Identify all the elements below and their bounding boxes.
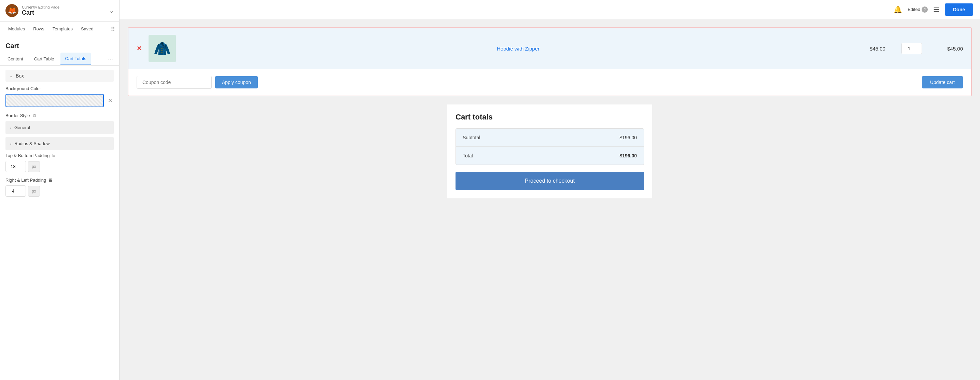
- radius-shadow-section: › Radius & Shadow: [5, 137, 114, 150]
- right-left-padding-input-group: px: [5, 185, 114, 197]
- product-emoji-icon: 🧥: [154, 41, 171, 57]
- total-row: Total $196.00: [456, 147, 644, 165]
- header-left: 🦊 Currently Editing Page Cart: [5, 4, 59, 17]
- widget-title: Cart: [0, 37, 119, 52]
- product-thumbnail: 🧥: [148, 35, 176, 62]
- right-left-padding-label: Right & Left Padding 🖥: [5, 178, 114, 183]
- edited-label: Edited ?: [908, 6, 928, 13]
- product-price: $45.00: [861, 46, 895, 52]
- topbar: 🔔 Edited ? ☰ Done: [119, 0, 980, 19]
- box-chevron-icon: ⌄: [10, 73, 13, 78]
- radius-shadow-label: Radius & Shadow: [14, 141, 49, 146]
- history-icon[interactable]: ☰: [933, 5, 939, 14]
- subtotal-label: Subtotal: [463, 135, 619, 140]
- top-bottom-padding-field: Top & Bottom Padding 🖥 px: [5, 153, 114, 172]
- notification-bell-icon[interactable]: 🔔: [894, 5, 902, 14]
- right-left-padding-unit: px: [28, 186, 40, 197]
- coupon-row: Apply coupon Update cart: [128, 69, 971, 95]
- more-options-icon[interactable]: ···: [105, 52, 116, 65]
- total-value: $196.00: [619, 153, 637, 158]
- sidebar-header: 🦊 Currently Editing Page Cart ⌄: [0, 0, 119, 22]
- radius-arrow-icon: ›: [10, 142, 12, 146]
- page-name: Cart: [22, 9, 59, 16]
- top-bottom-padding-input[interactable]: [5, 161, 26, 172]
- coupon-left: Apply coupon: [137, 76, 258, 89]
- right-left-monitor-icon: 🖥: [48, 178, 52, 183]
- background-color-input[interactable]: [5, 94, 104, 107]
- product-name[interactable]: Hoodie with Zipper: [183, 46, 854, 52]
- top-bottom-padding-input-group: px: [5, 161, 114, 172]
- box-section-header[interactable]: ⌄ Box: [5, 70, 114, 82]
- top-bottom-padding-unit: px: [28, 161, 40, 172]
- top-bottom-monitor-icon: 🖥: [52, 153, 56, 158]
- background-color-label: Background Color: [5, 86, 114, 91]
- border-style-label: Border Style 🖥: [5, 113, 114, 118]
- border-style-monitor-icon: 🖥: [32, 113, 37, 118]
- clear-color-button[interactable]: ✕: [107, 96, 114, 105]
- general-section-header[interactable]: › General: [5, 121, 114, 134]
- remove-item-button[interactable]: ✕: [137, 45, 142, 52]
- sidebar-tab-modules[interactable]: Modules: [4, 22, 29, 37]
- proceed-to-checkout-button[interactable]: Proceed to checkout: [455, 172, 644, 190]
- sidebar-tab-templates[interactable]: Templates: [48, 22, 77, 37]
- header-text: Currently Editing Page Cart: [22, 5, 59, 16]
- cart-section: ✕ 🧥 Hoodie with Zipper $45.00 $45.00 App…: [128, 27, 972, 96]
- avatar: 🦊: [5, 4, 18, 17]
- update-cart-button[interactable]: Update cart: [922, 76, 963, 88]
- general-arrow-icon: ›: [10, 125, 12, 130]
- top-bottom-padding-label: Top & Bottom Padding 🖥: [5, 153, 114, 158]
- sidebar-tab-rows[interactable]: Rows: [29, 22, 48, 37]
- done-button[interactable]: Done: [945, 3, 973, 16]
- cart-totals-title: Cart totals: [455, 113, 644, 122]
- main-content: ✕ 🧥 Hoodie with Zipper $45.00 $45.00 App…: [119, 19, 980, 380]
- right-left-padding-field: Right & Left Padding 🖥 px: [5, 178, 114, 197]
- tab-content[interactable]: Content: [3, 53, 28, 65]
- tab-cart-table[interactable]: Cart Table: [29, 53, 59, 65]
- general-label: General: [14, 125, 30, 130]
- help-icon[interactable]: ?: [922, 6, 928, 13]
- sidebar-content: ⌄ Box Background Color ✕ Border Style 🖥 …: [0, 65, 119, 380]
- product-total: $45.00: [929, 46, 963, 52]
- tab-cart-totals[interactable]: Cart Totals: [60, 52, 91, 65]
- cart-totals-section: Cart totals Subtotal $196.00 Total $196.…: [447, 105, 652, 198]
- subtotal-row: Subtotal $196.00: [456, 129, 644, 147]
- subtotal-value: $196.00: [619, 135, 637, 140]
- sidebar-tab-saved[interactable]: Saved: [77, 22, 98, 37]
- right-left-padding-input[interactable]: [5, 185, 26, 197]
- color-input-wrapper: ✕: [5, 94, 114, 107]
- cart-item-row: ✕ 🧥 Hoodie with Zipper $45.00 $45.00: [128, 28, 971, 69]
- dropdown-chevron-icon[interactable]: ⌄: [109, 8, 114, 14]
- box-label: Box: [16, 73, 24, 78]
- quantity-input[interactable]: [902, 43, 922, 54]
- currently-editing-label: Currently Editing Page: [22, 5, 59, 9]
- drag-handle-icon: ⠿: [111, 25, 115, 33]
- sidebar: 🦊 Currently Editing Page Cart ⌄ Modules …: [0, 0, 119, 380]
- apply-coupon-button[interactable]: Apply coupon: [215, 76, 258, 88]
- general-section: › General: [5, 121, 114, 134]
- radius-shadow-section-header[interactable]: › Radius & Shadow: [5, 137, 114, 150]
- totals-table: Subtotal $196.00 Total $196.00: [455, 128, 644, 165]
- sidebar-tabs: Modules Rows Templates Saved ⠿: [0, 22, 119, 37]
- total-label: Total: [463, 153, 619, 158]
- widget-tabs: Content Cart Table Cart Totals ···: [0, 52, 119, 65]
- coupon-code-input[interactable]: [137, 76, 212, 89]
